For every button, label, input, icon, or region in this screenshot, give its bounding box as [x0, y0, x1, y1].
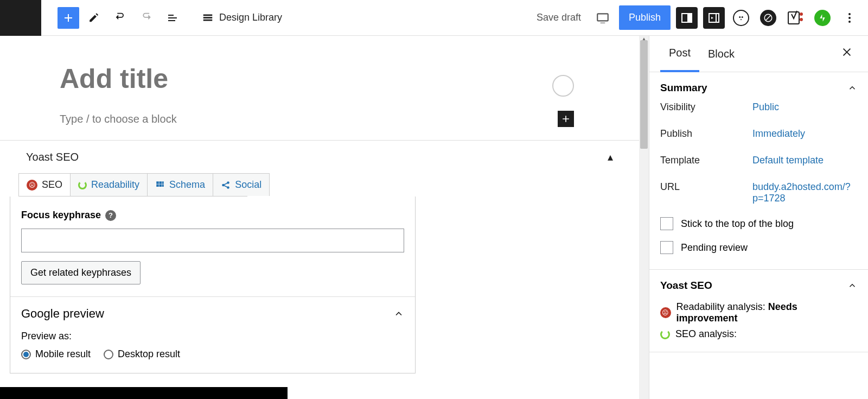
- publish-value[interactable]: Immediately: [752, 128, 857, 140]
- template-value[interactable]: Default template: [752, 155, 857, 166]
- share-icon: [221, 180, 231, 190]
- preview-button[interactable]: [592, 7, 614, 29]
- plus-icon: [62, 11, 75, 24]
- list-icon: [166, 11, 179, 24]
- svg-rect-17: [159, 184, 162, 187]
- settings-sidebar: Post Block Summary Visibility Public Pub…: [649, 36, 868, 399]
- undo-button[interactable]: [110, 7, 131, 29]
- summary-header[interactable]: Summary: [660, 82, 857, 94]
- block-prompt[interactable]: Type / to choose a block: [60, 113, 558, 125]
- wp-logo[interactable]: [0, 0, 41, 36]
- svg-rect-18: [162, 184, 164, 187]
- template-label: Template: [660, 155, 752, 166]
- radio-mobile-label: Mobile result: [35, 349, 91, 360]
- redo-button[interactable]: [136, 7, 157, 29]
- post-title-input[interactable]: Add title: [60, 63, 579, 94]
- tab-post[interactable]: Post: [660, 36, 699, 72]
- top-toolbar: Design Library Save draft Publish: [0, 0, 868, 36]
- collab-avatar[interactable]: [552, 75, 574, 97]
- sidebar-icon: [680, 11, 693, 24]
- row-publish: Publish Immediately: [660, 121, 857, 147]
- plugin-panel-button[interactable]: [703, 7, 725, 29]
- spinner-icon: [78, 181, 87, 189]
- pending-checkbox-row[interactable]: Pending review: [660, 236, 857, 259]
- tab-schema[interactable]: Schema: [147, 173, 213, 196]
- stack-icon: [202, 12, 214, 24]
- chevron-up-icon: [393, 308, 404, 319]
- sidebar-yoast-title: Yoast SEO: [660, 280, 712, 292]
- save-draft-button[interactable]: Save draft: [531, 9, 586, 27]
- tab-readability[interactable]: Readability: [70, 173, 148, 196]
- undo-icon: [114, 11, 127, 24]
- preview-as-label: Preview as:: [21, 331, 404, 342]
- svg-rect-3: [709, 14, 719, 22]
- google-preview-header[interactable]: Google preview: [21, 307, 404, 321]
- mailpoet-icon[interactable]: [730, 7, 752, 29]
- document-overview-button[interactable]: [162, 7, 183, 29]
- close-sidebar-button[interactable]: [837, 42, 857, 66]
- options-menu-button[interactable]: [839, 7, 860, 29]
- add-block-button[interactable]: [58, 7, 79, 29]
- sidebar-yoast-header[interactable]: Yoast SEO: [660, 280, 857, 292]
- svg-rect-15: [162, 181, 164, 184]
- yoast-metabox-header[interactable]: Yoast SEO ▴: [0, 141, 639, 173]
- svg-point-8: [800, 12, 803, 16]
- radio-checked-icon: [21, 350, 31, 359]
- url-label: URL: [660, 181, 752, 204]
- svg-point-10: [848, 13, 851, 15]
- radio-desktop[interactable]: Desktop result: [104, 349, 180, 360]
- get-related-keyphrases-button[interactable]: Get related keyphrases: [21, 261, 141, 284]
- help-icon[interactable]: ?: [105, 210, 116, 221]
- publish-button[interactable]: Publish: [619, 5, 671, 30]
- editor-scrollbar[interactable]: ▲: [639, 36, 649, 399]
- svg-rect-2: [687, 14, 692, 22]
- focus-keyphrase-text: Focus keyphrase: [21, 210, 101, 221]
- svg-rect-0: [597, 14, 608, 21]
- sad-face-icon: ☹: [660, 307, 671, 318]
- redo-icon: [140, 11, 153, 24]
- google-preview-section: Google preview Preview as: Mobile result…: [10, 296, 415, 360]
- row-visibility: Visibility Public: [660, 94, 857, 121]
- spinner-icon: [660, 330, 670, 339]
- settings-sidebar-toggle[interactable]: [676, 7, 698, 29]
- radio-mobile[interactable]: Mobile result: [21, 349, 91, 360]
- chevron-up-icon: [847, 281, 857, 290]
- block-nav-icon[interactable]: [757, 7, 779, 29]
- toolbar-right: Save draft Publish: [531, 5, 868, 30]
- tab-seo[interactable]: ☹ SEO: [18, 173, 71, 196]
- pencil-icon: [88, 11, 101, 24]
- design-library-button[interactable]: Design Library: [202, 12, 282, 24]
- yoast-metabox: Yoast SEO ▴ ☹ SEO Readability Schema: [0, 140, 639, 373]
- checkbox-unchecked-icon: [660, 217, 673, 230]
- seo-analysis-row[interactable]: SEO analysis:: [660, 326, 857, 342]
- inline-add-block-button[interactable]: [558, 111, 574, 127]
- url-value[interactable]: buddy.a2hosted.com/?p=1728: [752, 181, 857, 204]
- chevron-up-icon: [847, 83, 857, 93]
- sidebar-tabs: Post Block: [649, 36, 868, 72]
- focus-keyphrase-input[interactable]: [21, 229, 404, 252]
- workspace: Add title Type / to choose a block Yoast…: [0, 36, 868, 399]
- svg-point-5: [742, 16, 743, 18]
- yoast-seo-tabpanel: Focus keyphrase ? Get related keyphrases…: [10, 197, 416, 373]
- yoast-icon-button[interactable]: [784, 7, 806, 29]
- visibility-value[interactable]: Public: [752, 102, 857, 113]
- stick-checkbox-row[interactable]: Stick to the top of the blog: [660, 212, 857, 236]
- yoast-logo-icon: [787, 10, 803, 26]
- tools-button[interactable]: [84, 7, 105, 29]
- design-library-label: Design Library: [219, 12, 282, 23]
- svg-rect-16: [156, 184, 159, 187]
- scroll-thumb[interactable]: [640, 40, 648, 149]
- panel-icon: [707, 11, 720, 24]
- sad-face-icon: ☹: [27, 180, 37, 191]
- jetpack-icon-button[interactable]: [812, 7, 833, 29]
- close-icon: [841, 46, 853, 58]
- visibility-label: Visibility: [660, 102, 752, 113]
- tab-block[interactable]: Block: [699, 37, 743, 71]
- desktop-icon: [596, 11, 610, 25]
- readability-analysis-row[interactable]: ☹ Readability analysis: Needs improvemen…: [660, 299, 857, 326]
- svg-point-9: [800, 18, 803, 21]
- summary-title: Summary: [660, 82, 707, 94]
- grid-icon: [155, 180, 165, 190]
- tab-social[interactable]: Social: [213, 173, 270, 196]
- sidebar-yoast-section: Yoast SEO ☹ Readability analysis: Needs …: [649, 270, 868, 352]
